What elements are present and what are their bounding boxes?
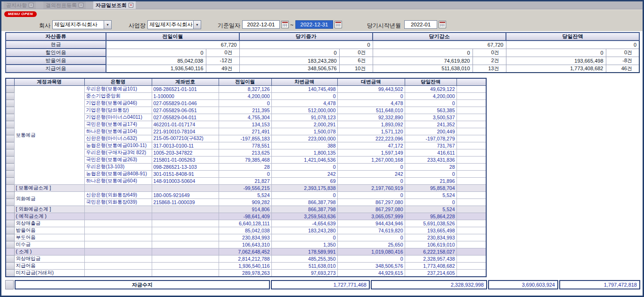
account-label-cell: 받을어음 bbox=[14, 227, 84, 234]
row-indicator[interactable] bbox=[6, 192, 14, 199]
detail-row: 보통예금우리은행(보통예금101)098-286521-01-1018,327,… bbox=[6, 86, 486, 93]
filler-cell bbox=[457, 192, 486, 199]
summary-count-cell: 0건 bbox=[339, 49, 373, 57]
summary-amount-cell: 67,720 bbox=[106, 41, 239, 49]
row-indicator[interactable] bbox=[6, 157, 14, 164]
row-indicator[interactable] bbox=[6, 220, 14, 227]
row-indicator[interactable] bbox=[6, 164, 14, 171]
amount-cell: 211,395 bbox=[219, 107, 271, 114]
amount-cell: 731,767 bbox=[405, 142, 457, 149]
empty-cell bbox=[152, 213, 219, 220]
filler-cell bbox=[457, 164, 486, 171]
amount-cell: 106,619,010 bbox=[405, 241, 457, 248]
amount-cell: 237,214,605 bbox=[405, 270, 457, 277]
amount-cell: 3,065,057,999 bbox=[337, 213, 405, 220]
empty-cell bbox=[84, 213, 152, 220]
amount-cell: 2,197,760,919 bbox=[337, 185, 405, 192]
filler-cell bbox=[457, 142, 486, 149]
tab-2[interactable]: 결의전표등록× bbox=[43, 1, 86, 9]
row-indicator[interactable] bbox=[6, 86, 14, 93]
amount-cell: 2,393,175,838 bbox=[271, 185, 337, 192]
account-number-cell: 1005-203-347822 bbox=[152, 149, 219, 157]
amount-cell: 242 bbox=[337, 171, 405, 178]
calendar-icon[interactable] bbox=[439, 21, 446, 28]
site-select[interactable]: 제일제지주식회사 ▼ bbox=[147, 20, 201, 29]
row-indicator[interactable] bbox=[6, 185, 14, 192]
row-indicator[interactable] bbox=[6, 256, 14, 263]
site-label: 사업장 bbox=[124, 22, 146, 30]
bank-name-cell: 중소기업중앙회 bbox=[84, 93, 152, 100]
row-indicator[interactable] bbox=[6, 171, 14, 178]
row-indicator[interactable] bbox=[6, 107, 14, 114]
row-indicator[interactable] bbox=[6, 121, 14, 128]
amount-cell: 416,611 bbox=[405, 149, 457, 157]
row-indicator[interactable] bbox=[6, 213, 14, 220]
summary-count-cell: 10건 bbox=[339, 65, 373, 73]
summary-count-cell: 0건 bbox=[606, 49, 639, 57]
chevron-down-icon[interactable]: ▼ bbox=[193, 21, 201, 29]
amount-cell: 1,571,120 bbox=[337, 128, 405, 135]
detail-row: 외화예금신한은행(외화통장649)180-005-9216495,524005,… bbox=[6, 192, 486, 199]
amount-cell: 866,387,798 bbox=[271, 199, 337, 206]
tab-close-icon[interactable]: × bbox=[79, 3, 83, 8]
row-indicator[interactable] bbox=[6, 234, 14, 241]
amount-cell: 0 bbox=[337, 192, 405, 199]
calendar-icon[interactable] bbox=[334, 21, 342, 28]
empty-cell bbox=[152, 185, 219, 192]
tab-1[interactable]: 공지사항× bbox=[4, 1, 36, 9]
company-select[interactable]: 제일제지주식회사 ▼ bbox=[52, 20, 112, 29]
row-indicator[interactable] bbox=[6, 114, 14, 121]
account-label-cell: 지급어음 bbox=[14, 263, 84, 270]
filler-cell bbox=[457, 270, 486, 277]
tab-close-icon[interactable]: × bbox=[29, 3, 33, 8]
chevron-down-icon[interactable]: ▼ bbox=[104, 21, 111, 29]
summary-column-header: 당기감소 bbox=[373, 33, 506, 41]
amount-cell: 1,421,046,536 bbox=[271, 157, 337, 164]
account-group-cell: 보통예금 bbox=[14, 86, 84, 185]
amount-cell: 512,000,000 bbox=[271, 107, 337, 114]
menu-open-button[interactable]: MENU OPEN bbox=[4, 11, 37, 17]
amount-cell: 6,222,158,027 bbox=[405, 248, 457, 256]
amount-cell: 1,597,149 bbox=[337, 149, 405, 157]
summary-header-row: 자산종류전일이월당기증가당기감소당일잔액 bbox=[6, 33, 639, 41]
date-from-input[interactable]: 2022-12-01 bbox=[242, 20, 280, 29]
amount-cell: 1,267,000,168 bbox=[337, 157, 405, 164]
row-indicator[interactable] bbox=[6, 149, 14, 157]
detail-table: 계정과목명은행명계좌번호전일이월차변금액대변금액당일잔액 보통예금우리은행(보통… bbox=[5, 78, 487, 277]
tab-3[interactable]: 자금일보조회× bbox=[93, 1, 136, 9]
account-number-cell: 098-286521-13-103 bbox=[152, 164, 219, 171]
amount-cell: 241,352 bbox=[405, 121, 457, 128]
row-indicator[interactable] bbox=[6, 142, 14, 149]
row-indicator[interactable] bbox=[6, 270, 14, 277]
amount-cell: 230,834,993 bbox=[405, 234, 457, 241]
account-label-cell: 부도어음 bbox=[14, 234, 84, 241]
amount-cell: 0 bbox=[405, 100, 457, 107]
row-indicator[interactable] bbox=[6, 248, 14, 256]
detail-column-header: 은행명 bbox=[84, 78, 152, 86]
detail-column-header: 계좌번호 bbox=[152, 78, 219, 86]
row-indicator[interactable] bbox=[6, 128, 14, 135]
amount-cell: 5,524 bbox=[405, 192, 457, 199]
amount-cell: 511,638,010 bbox=[271, 263, 337, 270]
amount-cell: 1,936,540,116 bbox=[219, 263, 271, 270]
empty-cell bbox=[152, 227, 219, 234]
row-indicator[interactable] bbox=[6, 178, 14, 185]
row-indicator[interactable] bbox=[6, 135, 14, 142]
row-indicator[interactable] bbox=[6, 241, 14, 248]
calendar-icon[interactable] bbox=[281, 21, 289, 28]
date-to-input[interactable]: 2022-12-31 bbox=[295, 20, 333, 29]
tab-close-icon[interactable]: × bbox=[129, 3, 133, 8]
row-indicator[interactable] bbox=[6, 93, 14, 100]
amount-cell: 21,827 bbox=[219, 178, 271, 185]
amount-cell: 4,755,304 bbox=[219, 114, 271, 121]
amount-cell: 2,814,212,788 bbox=[219, 256, 271, 263]
row-indicator[interactable] bbox=[6, 199, 14, 206]
row-indicator[interactable] bbox=[6, 206, 14, 213]
filler-cell bbox=[457, 135, 486, 142]
row-indicator[interactable] bbox=[6, 100, 14, 107]
row-indicator[interactable] bbox=[6, 227, 14, 234]
amount-cell: 134,153 bbox=[219, 121, 271, 128]
footer-amount-cell: 3,690,603,924 bbox=[488, 280, 558, 289]
row-indicator[interactable] bbox=[6, 263, 14, 270]
start-month-input[interactable]: 2022-01 bbox=[404, 20, 437, 29]
